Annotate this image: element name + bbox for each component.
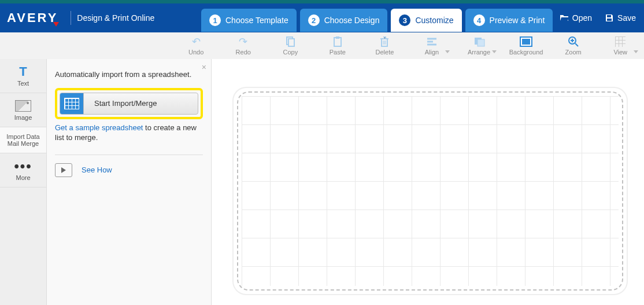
- svg-rect-8: [478, 39, 484, 46]
- left-tabs: TText Image Import Data Mail Merge •••Mo…: [0, 59, 47, 305]
- toolbar: ↶Undo ↷Redo Copy Paste Delete Align Arra…: [0, 32, 644, 60]
- sample-spreadsheet-link[interactable]: Get a sample spreadsheet: [55, 123, 143, 132]
- paste-button[interactable]: Paste: [314, 36, 361, 56]
- zoom-button[interactable]: Zoom: [550, 36, 597, 56]
- tab-more[interactable]: •••More: [0, 153, 46, 188]
- sample-text: Get a sample spreadsheet to create a new…: [55, 123, 203, 143]
- save-button[interactable]: Save: [605, 13, 636, 23]
- image-icon: [15, 100, 31, 112]
- play-icon[interactable]: [55, 163, 72, 177]
- spreadsheet-icon: [60, 93, 84, 114]
- start-import-merge-button[interactable]: Start Import/Merge: [60, 93, 198, 115]
- tab-text[interactable]: TText: [0, 59, 46, 93]
- step-choose-design[interactable]: 2Choose Design: [300, 9, 388, 32]
- copy-button[interactable]: Copy: [267, 36, 314, 56]
- tab-image[interactable]: Image: [0, 93, 46, 127]
- panel-intro: Automatically import from a spreadsheet.: [55, 69, 203, 80]
- wizard-steps: 1Choose Template 2Choose Design 3Customi…: [201, 9, 553, 32]
- step-choose-template[interactable]: 1Choose Template: [201, 9, 297, 32]
- arrange-button[interactable]: Arrange: [456, 36, 503, 56]
- svg-rect-5: [336, 36, 339, 39]
- svg-rect-3: [288, 39, 294, 46]
- open-button[interactable]: Open: [560, 13, 592, 23]
- align-button[interactable]: Align: [408, 36, 456, 56]
- start-import-highlight: Start Import/Merge: [55, 88, 203, 119]
- open-icon: [560, 13, 569, 23]
- delete-button[interactable]: Delete: [361, 36, 409, 56]
- divider: [71, 11, 71, 25]
- svg-rect-4: [334, 38, 341, 46]
- side-panel: × Automatically import from a spreadshee…: [47, 59, 212, 305]
- more-icon: •••: [2, 159, 44, 173]
- svg-rect-0: [607, 15, 611, 17]
- app-subtitle: Design & Print Online: [77, 13, 154, 23]
- design-canvas[interactable]: [212, 59, 644, 305]
- brand-logo: AVERY: [7, 10, 58, 25]
- close-panel-button[interactable]: ×: [202, 63, 206, 72]
- background-button[interactable]: Background: [502, 36, 550, 56]
- undo-button[interactable]: ↶Undo: [172, 36, 220, 56]
- see-how-link[interactable]: See How: [82, 166, 112, 174]
- step-preview-print[interactable]: 4Preview & Print: [465, 9, 553, 32]
- label-template: [232, 87, 628, 295]
- step-customize[interactable]: 3Customize: [391, 9, 461, 32]
- tab-import-merge[interactable]: Import Data Mail Merge: [0, 127, 46, 153]
- save-icon: [605, 13, 614, 23]
- top-bar: AVERY Design & Print Online 1Choose Temp…: [0, 3, 644, 32]
- divider: [55, 155, 203, 155]
- text-icon: T: [2, 65, 44, 79]
- redo-button[interactable]: ↷Redo: [220, 36, 267, 56]
- svg-rect-1: [607, 19, 612, 21]
- view-button[interactable]: View: [597, 36, 644, 56]
